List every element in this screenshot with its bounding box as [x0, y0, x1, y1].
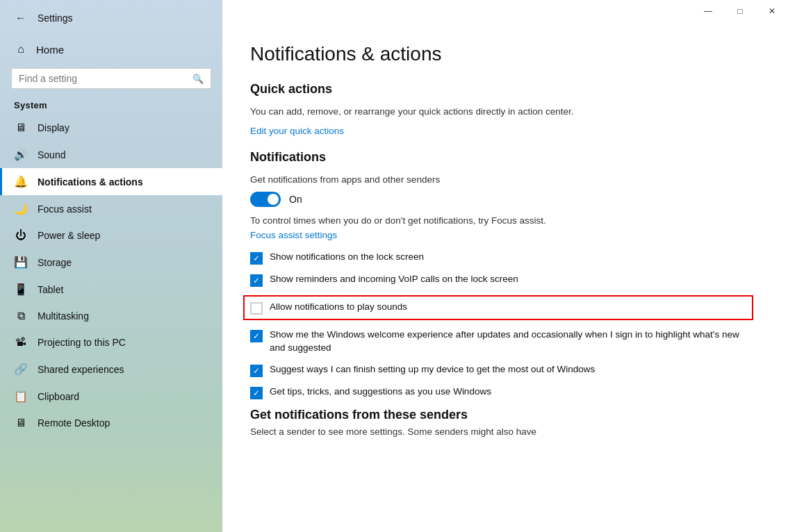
sidebar-item-projecting[interactable]: 📽 Projecting to this PC: [0, 329, 222, 356]
checkbox-lock-screen[interactable]: [250, 252, 263, 265]
sidebar-item-label: Projecting to this PC: [38, 337, 126, 348]
sidebar-item-power[interactable]: ⏻ Power & sleep: [0, 222, 222, 249]
remote-icon: 🖥: [14, 417, 28, 429]
checkbox-label-suggest: Suggest ways I can finish setting up my …: [270, 363, 595, 376]
checkbox-label-tips: Get tips, tricks, and suggestions as you…: [270, 385, 491, 399]
sidebar-item-notifications[interactable]: 🔔 Notifications & actions: [0, 168, 222, 195]
sidebar-item-multitasking[interactable]: ⧉ Multitasking: [0, 303, 222, 329]
main-panel: — □ ✕ Notifications & actions Quick acti…: [222, 0, 788, 532]
display-icon: 🖥: [14, 122, 28, 134]
focus-desc: To control times when you do or don't ge…: [250, 215, 753, 226]
sidebar-item-label: Multitasking: [38, 310, 89, 322]
multitasking-icon: ⧉: [14, 310, 28, 322]
focus-assist-link[interactable]: Focus assist settings: [250, 230, 337, 240]
sidebar-item-label: Notifications & actions: [38, 176, 143, 188]
quick-actions-section: Quick actions You can add, remove, or re…: [250, 82, 753, 150]
checkbox-label-sounds: Allow notifications to play sounds: [270, 301, 407, 314]
power-icon: ⏻: [14, 229, 28, 242]
checkbox-row-tips: Get tips, tricks, and suggestions as you…: [250, 385, 753, 399]
sidebar-item-display[interactable]: 🖥 Display: [0, 115, 222, 141]
checkbox-label-lock-screen: Show notifications on the lock screen: [270, 251, 424, 264]
get-notif-senders-desc: Select a sender to see more settings. So…: [250, 426, 753, 437]
system-section-label: System: [0, 97, 222, 115]
checkbox-row-lock-screen: Show notifications on the lock screen: [250, 251, 753, 265]
maximize-button[interactable]: □: [724, 0, 756, 22]
quick-actions-desc: You can add, remove, or rearrange your q…: [250, 105, 753, 119]
sidebar-item-label: Remote Desktop: [38, 417, 110, 429]
sidebar: ← Settings ⌂ Home 🔍 System 🖥 Display 🔊 S…: [0, 0, 222, 532]
sidebar-item-label: Sound: [38, 149, 65, 160]
sidebar-item-label: Tablet: [38, 284, 63, 295]
home-label: Home: [36, 44, 64, 56]
checkbox-tips[interactable]: [250, 387, 263, 399]
home-icon: ⌂: [14, 43, 28, 56]
sidebar-item-label: Storage: [38, 257, 72, 268]
sidebar-item-label: Shared experiences: [38, 364, 124, 375]
notifications-section: Notifications Get notifications from app…: [250, 150, 753, 399]
sidebar-item-remote[interactable]: 🖥 Remote Desktop: [0, 410, 222, 436]
checkbox-sounds[interactable]: [250, 302, 263, 315]
content-area: Notifications & actions Quick actions Yo…: [222, 22, 788, 532]
sidebar-item-focus[interactable]: 🌙 Focus assist: [0, 195, 222, 222]
app-title: Settings: [38, 13, 73, 24]
get-notif-senders-title: Get notifications from these senders: [250, 408, 753, 422]
titlebar: — □ ✕: [222, 0, 788, 22]
sidebar-item-clipboard[interactable]: 📋 Clipboard: [0, 383, 222, 410]
sidebar-item-shared[interactable]: 🔗 Shared experiences: [0, 356, 222, 383]
focus-icon: 🌙: [14, 202, 28, 215]
clipboard-icon: 📋: [14, 390, 28, 403]
sidebar-item-home[interactable]: ⌂ Home: [0, 36, 222, 63]
sidebar-item-sound[interactable]: 🔊 Sound: [0, 141, 222, 168]
sidebar-titlebar: ← Settings: [0, 0, 222, 36]
sidebar-item-storage[interactable]: 💾 Storage: [0, 249, 222, 276]
notifications-toggle[interactable]: [250, 192, 281, 207]
sidebar-item-label: Clipboard: [38, 391, 79, 402]
search-input[interactable]: [19, 73, 188, 84]
checkbox-welcome[interactable]: [250, 330, 263, 342]
sidebar-item-label: Power & sleep: [38, 230, 100, 241]
checkbox-suggest[interactable]: [250, 365, 263, 377]
sidebar-item-tablet[interactable]: 📱 Tablet: [0, 276, 222, 303]
edit-quick-actions-link[interactable]: Edit your quick actions: [250, 126, 344, 136]
checkbox-reminders[interactable]: [250, 274, 263, 287]
checkbox-row-suggest: Suggest ways I can finish setting up my …: [250, 363, 753, 377]
notifications-toggle-row: On: [250, 192, 753, 207]
notifications-icon: 🔔: [14, 175, 28, 188]
sidebar-item-label: Focus assist: [38, 203, 92, 215]
checkbox-row-reminders: Show reminders and incoming VoIP calls o…: [250, 273, 753, 287]
back-button[interactable]: ←: [11, 8, 31, 28]
get-notif-desc: Get notifications from apps and other se…: [250, 174, 753, 185]
page-title: Notifications & actions: [250, 43, 753, 65]
close-button[interactable]: ✕: [756, 0, 788, 22]
tablet-icon: 📱: [14, 283, 28, 296]
checkbox-label-welcome: Show me the Windows welcome experience a…: [270, 329, 753, 355]
checkbox-label-reminders: Show reminders and incoming VoIP calls o…: [270, 273, 518, 286]
storage-icon: 💾: [14, 256, 28, 269]
checkbox-row-welcome: Show me the Windows welcome experience a…: [250, 329, 753, 355]
checkbox-row-sounds: Allow notifications to play sounds: [243, 295, 753, 320]
search-icon: 🔍: [192, 74, 204, 84]
notifications-title: Notifications: [250, 150, 753, 165]
sound-icon: 🔊: [14, 148, 28, 161]
sidebar-item-label: Display: [38, 122, 69, 133]
quick-actions-title: Quick actions: [250, 82, 753, 97]
minimize-button[interactable]: —: [692, 0, 724, 22]
get-notif-senders-section: Get notifications from these senders Sel…: [250, 408, 753, 437]
toggle-label: On: [289, 194, 302, 205]
search-box[interactable]: 🔍: [11, 68, 211, 89]
projecting-icon: 📽: [14, 336, 28, 349]
shared-icon: 🔗: [14, 363, 28, 376]
